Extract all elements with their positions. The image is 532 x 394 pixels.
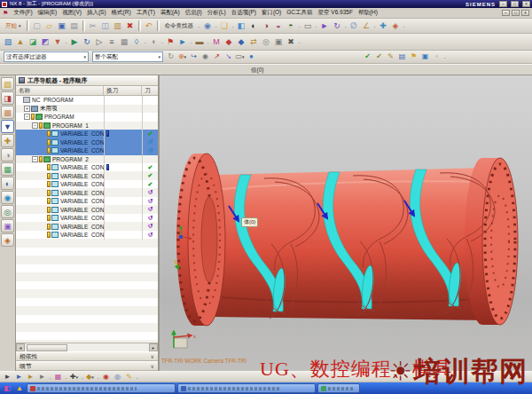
delete-icon[interactable]: ✖: [124, 20, 137, 32]
scrollbar-thumb[interactable]: [27, 344, 67, 351]
system-materials-icon[interactable]: ▣: [1, 219, 14, 232]
generate-toolpath-icon[interactable]: ▶: [68, 35, 81, 48]
navigator-row-variable_con-[interactable]: VARIABLE_CON...↺: [16, 197, 158, 206]
constraint-navigator-icon[interactable]: ◨: [1, 91, 14, 105]
process-assistant-icon[interactable]: ◑: [1, 148, 14, 162]
lasso-icon[interactable]: ↪: [188, 51, 200, 62]
toolbar-overflow[interactable]: .: [297, 39, 301, 44]
roles-icon[interactable]: ◈: [1, 233, 14, 247]
graphics-viewport[interactable]: x 体(0) TFR-TRI WORK Camera TFR-TRI: [160, 75, 532, 371]
taskbar-window-button-1[interactable]: [27, 383, 176, 393]
flag-icon[interactable]: ⚑: [408, 51, 419, 62]
history-icon[interactable]: ◎: [1, 205, 14, 218]
menu-item-星空 V6.935F[interactable]: 星空 V6.935F: [316, 8, 356, 18]
toolbar-overflow[interactable]: .: [402, 23, 406, 28]
column-toolchange[interactable]: 换刀: [104, 86, 142, 95]
close-button[interactable]: ×: [522, 1, 530, 7]
select-cursor-icon[interactable]: ►: [2, 372, 13, 382]
create-program-icon[interactable]: ▧: [2, 35, 14, 48]
menu-item-插入S[interactable]: 插入(S): [84, 8, 109, 18]
vector-up-icon[interactable]: ↗: [211, 51, 223, 62]
point-constructor-icon[interactable]: ✚▾: [68, 372, 80, 382]
shaded-view-icon[interactable]: ◧: [235, 20, 247, 32]
taskbar-app-1-icon[interactable]: ◧: [2, 383, 12, 393]
select-region-cursor-icon[interactable]: ►: [36, 372, 48, 382]
edit-check-icon[interactable]: ✎: [385, 51, 396, 62]
rendering-style-icon[interactable]: ◐: [247, 20, 260, 32]
navigator-row-variable_con-[interactable]: VARIABLE_CON...✔: [16, 130, 158, 138]
delete-operation-icon[interactable]: ✖: [285, 35, 297, 48]
maximize-button[interactable]: □: [511, 1, 519, 7]
rectangle-select-icon[interactable]: ▭▾: [234, 51, 246, 62]
new-file-icon[interactable]: ▢: [31, 20, 43, 32]
copy-icon[interactable]: ◫: [99, 20, 112, 32]
zoom-area-icon[interactable]: ◎: [112, 372, 123, 382]
paste-icon[interactable]: ▥: [112, 20, 124, 32]
navigator-row--[interactable]: +未用项: [16, 105, 158, 114]
open-icon[interactable]: ▱: [43, 20, 56, 32]
navigator-row-program_1[interactable]: −PROGRAM_1: [16, 122, 158, 130]
menu-item-分析L[interactable]: 分析(L): [205, 8, 229, 18]
check-geometry-icon[interactable]: ✔: [373, 51, 385, 62]
child-restore-button[interactable]: □: [512, 10, 520, 16]
menu-item-格式R[interactable]: 格式(R): [109, 8, 134, 18]
user-profile-icon[interactable]: ◉: [100, 372, 112, 382]
navigator-row-variable_con-[interactable]: VARIABLE_CON...↺: [16, 189, 158, 198]
replay-toolpath-icon[interactable]: ↻: [81, 35, 93, 48]
section-view-icon[interactable]: ◒: [272, 20, 285, 32]
menu-item-装配A[interactable]: 装配(A): [158, 8, 183, 18]
workpiece-icon[interactable]: ▬: [193, 35, 206, 48]
toolbar-overflow[interactable]: .: [135, 374, 139, 380]
selection-scope-dropdown[interactable]: 整个装配▾: [92, 51, 163, 62]
snap-midpoint-icon[interactable]: ◆▾: [84, 372, 96, 382]
dropdown-arrow-icon[interactable]: ▾: [158, 54, 160, 59]
selection-intent-icon[interactable]: ◈: [389, 20, 402, 32]
navigator-row-variable_con-[interactable]: VARIABLE_CON...↺: [16, 146, 158, 155]
tree-expander-icon[interactable]: −: [32, 156, 38, 162]
measure-distance-icon[interactable]: ∅: [348, 20, 360, 32]
create-operation-icon[interactable]: ▼: [51, 35, 64, 48]
operation-navigator-icon[interactable]: ▼: [1, 120, 14, 133]
menu-item-首选项P[interactable]: 首选项(P): [229, 8, 259, 18]
menu-item-视图V[interactable]: 视图(V): [59, 8, 84, 18]
rotate-view-icon[interactable]: ↻: [331, 20, 343, 32]
geometry-view-icon[interactable]: ◆: [223, 35, 235, 48]
menu-item-帮助H[interactable]: 帮助(H): [356, 8, 380, 18]
verify-toolpath-icon[interactable]: ▷: [93, 35, 106, 48]
cut-icon[interactable]: ✂: [87, 20, 99, 32]
navigator-row-variable_con-[interactable]: VARIABLE_CON...↺: [16, 223, 158, 232]
move-copy-icon[interactable]: ▣: [272, 35, 285, 48]
touch-mode-icon[interactable]: ◉: [201, 20, 214, 32]
child-close-button[interactable]: ×: [521, 10, 529, 16]
navigator-row-variable_con-[interactable]: VARIABLE_CON...↺: [16, 214, 158, 223]
snap-enable-icon[interactable]: ⊕▾: [176, 51, 188, 62]
dropdown-arrow-icon[interactable]: ▾: [83, 54, 86, 59]
menu-item-工具T[interactable]: 工具(T): [134, 8, 158, 18]
mini-view-icon[interactable]: ▫: [431, 51, 442, 62]
color-palette-icon[interactable]: ▦: [52, 372, 64, 382]
visualize-shape-icon[interactable]: ◑: [260, 20, 272, 32]
part-navigator-icon[interactable]: ▩: [1, 106, 14, 119]
toolpath-editor-icon[interactable]: ►: [176, 35, 189, 48]
taskbar-window-button-3[interactable]: [317, 383, 360, 393]
object-display-icon[interactable]: ◎: [260, 35, 272, 48]
hd3d-tool-icon[interactable]: ◐: [1, 177, 14, 190]
undo-icon[interactable]: ↶: [143, 20, 155, 32]
simulate-machine-icon[interactable]: ▦: [118, 35, 130, 48]
post-process-icon[interactable]: ◊: [130, 35, 143, 48]
column-toolpath[interactable]: 刀: [142, 86, 158, 95]
taskbar-app-2-icon[interactable]: ▲: [14, 383, 25, 393]
feed-rate-icon[interactable]: ⚑: [164, 35, 176, 48]
menu-item-窗口O[interactable]: 窗口(O): [259, 8, 284, 18]
measure-angle-icon[interactable]: ∠: [360, 20, 372, 32]
menu-item-信息I[interactable]: 信息(I): [183, 8, 205, 18]
vector-down-icon[interactable]: ↘: [223, 51, 234, 62]
navigator-row-variable_con-[interactable]: VARIABLE_CON...✔: [16, 180, 158, 189]
window-preview-icon[interactable]: ▣: [419, 51, 431, 62]
selection-filter-dropdown[interactable]: 没有选择过滤器▾: [4, 51, 89, 62]
create-geometry-icon[interactable]: ◪: [27, 35, 39, 48]
save-icon[interactable]: ▣: [56, 20, 68, 32]
create-method-icon[interactable]: ◩: [39, 35, 51, 48]
show-hide-icon[interactable]: ▭: [301, 20, 314, 32]
navigator-row-variable_con-[interactable]: VARIABLE_CON...✔: [16, 172, 158, 181]
